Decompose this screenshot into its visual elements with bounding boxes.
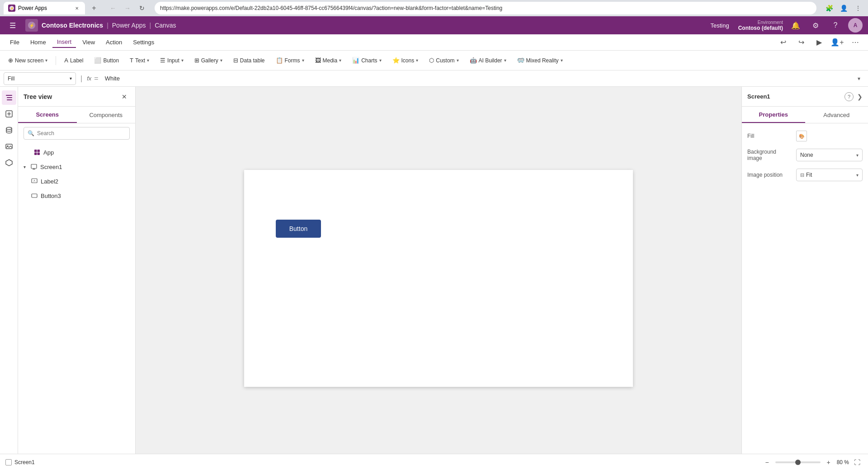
back-btn[interactable]: ← <box>107 2 119 14</box>
tree-item-screen1[interactable]: ▾ Screen1 ··· <box>18 160 135 174</box>
icons-btn[interactable]: ⭐ Icons ▾ <box>388 53 423 68</box>
search-input[interactable] <box>37 130 126 136</box>
insert-icon-btn[interactable] <box>2 107 16 121</box>
background-image-select[interactable]: None ▾ <box>796 149 863 161</box>
input-btn[interactable]: ☰ Input ▾ <box>156 53 188 68</box>
tab-favicon: ⚡ <box>8 5 15 12</box>
tree-close-btn[interactable]: ✕ <box>119 91 130 102</box>
browser-actions: 🧩 👤 ⋮ <box>823 2 864 14</box>
svg-point-10 <box>6 127 12 130</box>
treeview-icon-btn[interactable] <box>2 90 16 105</box>
zoom-out-btn[interactable]: − <box>762 457 773 468</box>
screen1-chevron: ▾ <box>24 164 26 169</box>
sidebar-icons <box>0 87 18 470</box>
play-btn[interactable]: ▶ <box>812 35 826 50</box>
extensions-btn[interactable]: 🧩 <box>823 2 835 14</box>
toolbar: ⊕ New screen ▾ A Label ⬜ Button T Text ▾… <box>0 51 868 70</box>
menu-file[interactable]: File <box>5 37 24 47</box>
browser-chrome: ⚡ Power Apps ✕ + ← → ↻ https://make.powe… <box>0 0 868 16</box>
zoom-in-btn[interactable]: + <box>823 457 834 468</box>
more-btn[interactable]: ⋯ <box>848 35 863 50</box>
person-plus-btn[interactable]: 👤+ <box>830 35 844 50</box>
zoom-thumb[interactable] <box>795 460 801 465</box>
formula-input[interactable] <box>101 72 851 85</box>
new-tab-btn[interactable]: + <box>88 2 100 14</box>
input-icon: ☰ <box>160 57 165 64</box>
forms-chevron: ▾ <box>302 58 304 63</box>
redo-btn[interactable]: ↪ <box>794 35 808 50</box>
screen-checkbox[interactable] <box>5 459 12 465</box>
new-screen-btn[interactable]: ⊕ New screen ▾ <box>4 53 52 68</box>
menu-home[interactable]: Home <box>26 37 51 47</box>
search-icon: 🔍 <box>28 130 34 136</box>
zoom-controls: − + 80 % ⛶ <box>762 457 863 468</box>
label-btn[interactable]: A Label <box>60 53 88 68</box>
mixed-reality-chevron: ▾ <box>561 58 563 63</box>
data-table-btn[interactable]: ⊟ Data table <box>229 53 269 68</box>
tree-item-app[interactable]: App <box>18 145 135 160</box>
charts-btn[interactable]: 📊 Charts ▾ <box>348 53 386 68</box>
tab-close-btn[interactable]: ✕ <box>73 5 80 12</box>
gallery-btn[interactable]: ⊞ Gallery ▾ <box>190 53 227 68</box>
separator-1 <box>56 56 56 65</box>
tree-header: Tree view ✕ <box>18 87 135 107</box>
text-btn[interactable]: T Text ▾ <box>125 53 154 68</box>
formula-equals: = <box>94 75 98 83</box>
app-logo: ⚡ <box>25 19 38 32</box>
right-panel-content: Fill 🎨 Background image None ▾ Image pos… <box>742 123 868 188</box>
property-dropdown[interactable]: Fill ▾ <box>4 72 76 85</box>
media-sidebar-icon-btn[interactable] <box>2 139 16 154</box>
tree-item-label2[interactable]: A Label2 <box>18 174 135 188</box>
browser-tab[interactable]: ⚡ Power Apps ✕ <box>4 2 85 14</box>
label2-label: Label2 <box>41 178 130 185</box>
canvas-content[interactable]: Button <box>244 170 633 387</box>
forms-btn[interactable]: 📋 Forms ▾ <box>271 53 309 68</box>
fullscreen-btn[interactable]: ⛶ <box>852 457 863 468</box>
fill-color-box[interactable]: 🎨 <box>796 131 807 141</box>
background-image-row: Background image None ▾ <box>747 149 863 161</box>
svg-rect-5 <box>7 97 12 98</box>
zoom-slider[interactable] <box>775 461 821 463</box>
more-options-btn[interactable]: ⋮ <box>852 2 864 14</box>
app-brand: ⚡ Contoso Electronics | Power Apps | Can… <box>25 19 176 32</box>
image-position-select[interactable]: ⊟ Fit ▾ <box>796 169 863 181</box>
tab-properties[interactable]: Properties <box>742 107 805 123</box>
forward-btn[interactable]: → <box>121 2 134 14</box>
media-btn[interactable]: 🖼 Media ▾ <box>311 53 346 68</box>
settings-btn[interactable]: ⚙ <box>808 18 823 33</box>
right-panel-title: Screen1 <box>747 93 841 100</box>
input-chevron: ▾ <box>181 58 184 63</box>
hamburger-menu-btn[interactable]: ☰ <box>5 18 20 33</box>
profile-btn[interactable]: 👤 <box>837 2 850 14</box>
tree-item-button3[interactable]: Button3 <box>18 188 135 203</box>
menu-view[interactable]: View <box>78 37 99 47</box>
mixed-reality-btn[interactable]: 🥽 Mixed Reality ▾ <box>513 53 567 68</box>
reload-btn[interactable]: ↻ <box>136 2 148 14</box>
avatar[interactable]: A <box>848 18 863 33</box>
undo-btn[interactable]: ↩ <box>776 35 790 50</box>
notification-btn[interactable]: 🔔 <box>788 18 803 33</box>
tab-advanced[interactable]: Advanced <box>805 107 868 123</box>
tree-tabs: Screens Components <box>18 107 135 123</box>
background-image-label: Background image <box>747 149 793 161</box>
menu-action[interactable]: Action <box>101 37 127 47</box>
image-position-chevron: ▾ <box>856 173 859 178</box>
tab-components[interactable]: Components <box>77 107 136 123</box>
brand-app: Power Apps <box>112 22 146 29</box>
menu-insert[interactable]: Insert <box>52 37 76 48</box>
tab-screens[interactable]: Screens <box>18 107 77 123</box>
screen-help-btn[interactable]: ? <box>844 92 854 101</box>
zoom-level: 80 % <box>837 459 849 465</box>
power-automate-icon-btn[interactable] <box>2 155 16 170</box>
canvas-button[interactable]: Button <box>276 220 321 238</box>
button-btn[interactable]: ⬜ Button <box>90 53 123 68</box>
ai-builder-btn[interactable]: 🤖 AI Builder ▾ <box>465 53 511 68</box>
menu-settings[interactable]: Settings <box>128 37 159 47</box>
right-panel-expand-btn[interactable]: ❯ <box>857 93 863 100</box>
data-icon-btn[interactable] <box>2 123 16 137</box>
data-table-icon: ⊟ <box>233 57 238 64</box>
custom-btn[interactable]: ⬡ Custom ▾ <box>425 53 463 68</box>
help-btn[interactable]: ? <box>828 18 843 33</box>
address-bar[interactable]: https://make.powerapps.com/e/Default-22d… <box>155 2 816 14</box>
formula-expand-btn[interactable]: ▾ <box>854 73 864 84</box>
